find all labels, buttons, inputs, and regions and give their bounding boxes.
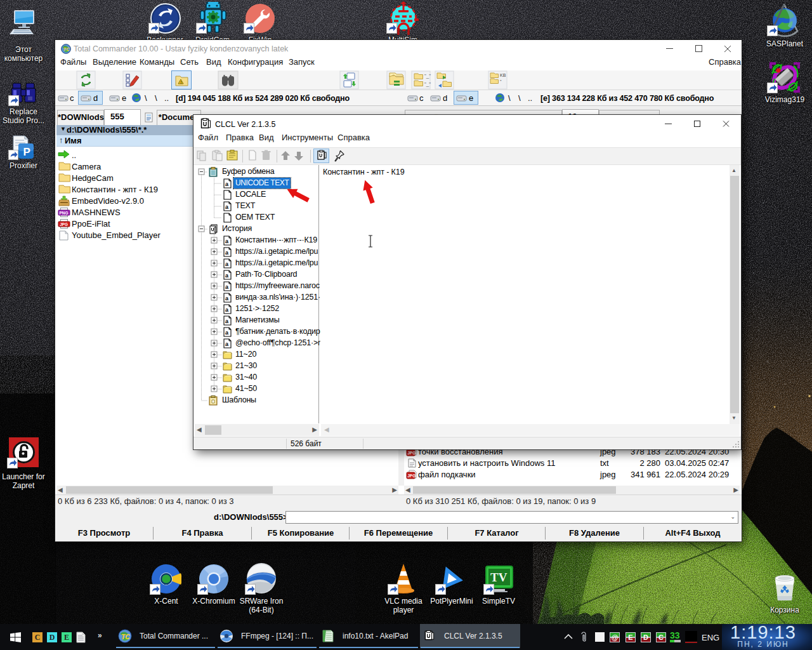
svg-text:c: c	[70, 93, 74, 103]
svg-text:TC: TC	[121, 633, 130, 640]
svg-text:!: !	[180, 81, 181, 84]
svg-text:c: c	[419, 93, 424, 103]
svg-text:e: e	[122, 93, 126, 103]
svg-text:..: ..	[164, 93, 169, 103]
svg-text:PNG: PNG	[60, 211, 69, 215]
svg-text:e: e	[469, 93, 473, 103]
svg-text:[e] 363 134 228 Кб из 452 470: [e] 363 134 228 Кб из 452 470 780 Кб сво…	[540, 94, 714, 103]
svg-text:\: \	[518, 93, 521, 103]
svg-text:"_": "_"	[424, 81, 431, 87]
svg-text:TV: TV	[490, 571, 508, 584]
svg-text:..: ..	[528, 93, 532, 103]
svg-text:JPG: JPG	[407, 451, 416, 455]
svg-text:JPG: JPG	[407, 474, 416, 478]
svg-text:\: \	[145, 93, 147, 103]
svg-text:JPG: JPG	[60, 222, 68, 227]
svg-text:KB: KB	[500, 73, 506, 77]
svg-text:d: d	[443, 93, 447, 103]
svg-text:\: \	[508, 93, 511, 103]
svg-text:d: d	[93, 93, 98, 103]
svg-text:TC: TC	[63, 46, 70, 52]
svg-text:"_": "_"	[424, 73, 431, 79]
svg-text:P: P	[23, 146, 30, 158]
svg-text:[d] 194 045 188 Кб из 524 289: [d] 194 045 188 Кб из 524 289 020 Кб сво…	[176, 94, 350, 103]
svg-text:\: \	[155, 93, 157, 103]
